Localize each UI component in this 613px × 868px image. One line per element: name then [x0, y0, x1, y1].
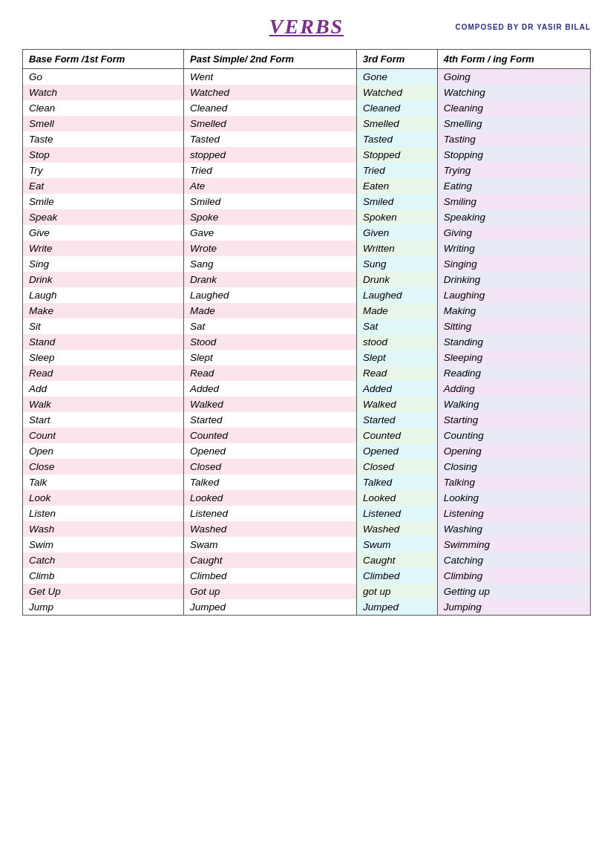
table-cell: Making — [437, 303, 590, 319]
table-cell: Stopped — [357, 147, 438, 163]
table-cell: Cleaned — [183, 100, 356, 116]
table-cell: Talk — [23, 474, 184, 490]
table-row: WriteWroteWrittenWriting — [23, 241, 591, 256]
table-cell: Jumping — [437, 599, 590, 616]
table-row: TryTriedTriedTrying — [23, 163, 591, 178]
table-cell: Walked — [357, 397, 438, 412]
page-header: VERBS COMPOSED BY DR YASIR BILAL — [22, 15, 591, 39]
table-cell: Sleeping — [437, 350, 590, 365]
table-cell: Spoken — [357, 209, 438, 225]
table-cell: Adding — [437, 381, 590, 397]
table-row: CloseClosedClosedClosing — [23, 459, 591, 474]
table-cell: Smiled — [183, 194, 356, 209]
col-header-1: Base Form /1st Form — [23, 50, 184, 69]
table-cell: Listened — [357, 506, 438, 521]
table-cell: Made — [183, 303, 356, 319]
table-cell: Watch — [23, 85, 184, 100]
table-cell: Drank — [183, 272, 356, 287]
page-title: VERBS — [269, 15, 344, 39]
table-row: WatchWatchedWatchedWatching — [23, 85, 591, 100]
table-cell: Read — [183, 365, 356, 381]
table-cell: Stood — [183, 334, 356, 350]
table-cell: Went — [183, 69, 356, 85]
table-row: SitSatSatSitting — [23, 319, 591, 334]
table-cell: Walked — [183, 397, 356, 412]
table-cell: Laughed — [357, 287, 438, 303]
table-cell: Made — [357, 303, 438, 319]
table-row: CountCountedCountedCounting — [23, 428, 591, 443]
table-cell: Sitting — [437, 319, 590, 334]
table-cell: Start — [23, 412, 184, 428]
table-row: StartStartedStartedStarting — [23, 412, 591, 428]
composed-by: COMPOSED BY DR YASIR BILAL — [455, 23, 591, 31]
table-row: WalkWalkedWalkedWalking — [23, 397, 591, 412]
table-row: EatAteEatenEating — [23, 178, 591, 194]
table-cell: Clean — [23, 100, 184, 116]
table-cell: Listen — [23, 506, 184, 521]
table-cell: Sang — [183, 256, 356, 272]
table-cell: Closed — [357, 459, 438, 474]
table-cell: Watched — [357, 85, 438, 100]
table-cell: Eaten — [357, 178, 438, 194]
table-cell: Starting — [437, 412, 590, 428]
col-header-2: Past Simple/ 2nd Form — [183, 50, 356, 69]
table-cell: Washing — [437, 521, 590, 537]
table-row: TasteTastedTastedTasting — [23, 131, 591, 147]
table-cell: Counted — [357, 428, 438, 443]
table-cell: Closed — [183, 459, 356, 474]
table-row: SmellSmelledSmelledSmelling — [23, 116, 591, 131]
table-cell: Tried — [357, 163, 438, 178]
table-cell: Drunk — [357, 272, 438, 287]
table-row: StandStoodstoodStanding — [23, 334, 591, 350]
table-cell: Talking — [437, 474, 590, 490]
table-cell: Catching — [437, 552, 590, 568]
table-cell: Sung — [357, 256, 438, 272]
table-cell: Counted — [183, 428, 356, 443]
table-cell: Try — [23, 163, 184, 178]
table-cell: Eat — [23, 178, 184, 194]
table-cell: Climbed — [183, 568, 356, 584]
table-cell: Started — [183, 412, 356, 428]
table-cell: Speak — [23, 209, 184, 225]
table-cell: Given — [357, 225, 438, 241]
table-cell: Washed — [357, 521, 438, 537]
table-cell: Looked — [357, 490, 438, 506]
table-row: SingSangSungSinging — [23, 256, 591, 272]
table-cell: Sat — [183, 319, 356, 334]
table-cell: Stop — [23, 147, 184, 163]
table-row: CatchCaughtCaughtCatching — [23, 552, 591, 568]
table-cell: Laughed — [183, 287, 356, 303]
table-row: ReadReadReadReading — [23, 365, 591, 381]
table-cell: Added — [357, 381, 438, 397]
table-row: MakeMadeMadeMaking — [23, 303, 591, 319]
table-cell: Go — [23, 69, 184, 85]
table-cell: Slept — [357, 350, 438, 365]
table-row: LaughLaughedLaughedLaughing — [23, 287, 591, 303]
table-cell: Talked — [357, 474, 438, 490]
table-cell: Catch — [23, 552, 184, 568]
table-cell: Writing — [437, 241, 590, 256]
table-cell: Look — [23, 490, 184, 506]
table-cell: Listened — [183, 506, 356, 521]
table-cell: Cleaning — [437, 100, 590, 116]
table-cell: got up — [357, 584, 438, 599]
table-cell: Wash — [23, 521, 184, 537]
table-cell: Speaking — [437, 209, 590, 225]
table-row: Get UpGot upgot upGetting up — [23, 584, 591, 599]
table-cell: Tried — [183, 163, 356, 178]
table-row: LookLookedLookedLooking — [23, 490, 591, 506]
table-cell: Smiling — [437, 194, 590, 209]
table-row: ClimbClimbedClimbedClimbing — [23, 568, 591, 584]
table-cell: Giving — [437, 225, 590, 241]
table-cell: Slept — [183, 350, 356, 365]
table-row: JumpJumpedJumpedJumping — [23, 599, 591, 616]
table-row: ListenListenedListenedListening — [23, 506, 591, 521]
table-cell: Listening — [437, 506, 590, 521]
table-cell: Closing — [437, 459, 590, 474]
table-cell: Getting up — [437, 584, 590, 599]
table-cell: Washed — [183, 521, 356, 537]
table-row: StopstoppedStoppedStopping — [23, 147, 591, 163]
table-cell: Standing — [437, 334, 590, 350]
col-header-3: 3rd Form — [357, 50, 438, 69]
table-cell: Make — [23, 303, 184, 319]
